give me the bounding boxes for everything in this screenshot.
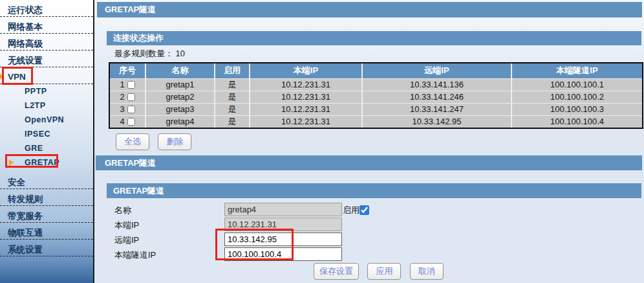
- cell-enabled: 是: [215, 115, 250, 128]
- sidebar-item-openvpn[interactable]: OpenVPN: [0, 113, 93, 127]
- cell-remote-ip: 10.33.142.95: [362, 115, 511, 128]
- tunnel-ip-label: 本端隧道IP: [114, 249, 156, 261]
- sidebar-item-pptp[interactable]: PPTP: [0, 84, 93, 98]
- sidebar-item-running-status[interactable]: 运行状态: [0, 0, 93, 17]
- table-row: 1 gretap1 是 10.12.231.31 10.33.141.136 1…: [110, 78, 642, 91]
- delete-button[interactable]: 删除: [158, 133, 191, 150]
- row-number: 1: [120, 80, 124, 90]
- column-header-tunnel-ip: 本端隧道IP: [511, 63, 642, 78]
- sidebar-item-system-settings[interactable]: 系统设置: [0, 240, 93, 256]
- cell-local-ip: 10.12.231.31: [250, 91, 362, 103]
- remote-ip-label: 远端IP: [114, 234, 139, 246]
- select-all-button[interactable]: 全选: [116, 133, 149, 150]
- row-index-cell: 4: [110, 115, 145, 128]
- sidebar-item-bandwidth-services[interactable]: 带宽服务: [0, 206, 93, 223]
- cell-name: gretap3: [145, 103, 215, 115]
- sidebar-item-vpn[interactable]: VPN: [0, 67, 93, 84]
- cell-remote-ip: 10.33.141.246: [362, 91, 511, 103]
- table-header-row: 序号 名称 启用 本端IP 远端IP 本端隧道IP: [110, 63, 642, 78]
- column-header-local-ip: 本端IP: [250, 63, 362, 78]
- row-number: 4: [120, 117, 124, 127]
- cell-local-ip: 10.12.231.31: [250, 115, 362, 128]
- cell-enabled: 是: [215, 103, 250, 115]
- vpn-submenu: PPTP L2TP OpenVPN IPSEC GRE GRETAP: [0, 84, 93, 170]
- max-rules-text: 最多规则数量： 10: [114, 48, 185, 60]
- orange-arrow-icon: [0, 73, 4, 80]
- table-row: 3 gretap3 是 10.12.231.31 10.33.141.247 1…: [110, 103, 642, 115]
- sidebar-item-security[interactable]: 安全: [0, 172, 93, 189]
- local-ip-label: 本端IP: [114, 220, 139, 231]
- orange-arrow-icon: [9, 159, 14, 166]
- column-header-enabled: 启用: [215, 63, 250, 78]
- tunnel-ip-field[interactable]: [224, 247, 342, 261]
- sidebar-item-gretap[interactable]: GRETAP: [0, 155, 93, 170]
- cell-local-ip: 10.12.231.31: [250, 78, 362, 91]
- page-title: GRETAP隧道: [97, 2, 642, 17]
- cell-name: gretap4: [145, 115, 215, 128]
- row-number: 3: [120, 105, 124, 115]
- cell-tunnel-ip: 100.100.100.1: [511, 78, 642, 91]
- column-header-name: 名称: [145, 63, 215, 78]
- sidebar-item-ipsec[interactable]: IPSEC: [0, 127, 93, 141]
- cell-tunnel-ip: 100.100.100.4: [511, 115, 642, 128]
- sidebar-item-wireless-settings[interactable]: 无线设置: [0, 51, 93, 67]
- sidebar-item-l2tp[interactable]: L2TP: [0, 98, 93, 113]
- cell-enabled: 是: [215, 78, 250, 91]
- name-field[interactable]: [224, 203, 342, 216]
- cell-name: gretap2: [145, 91, 215, 103]
- cancel-button[interactable]: 取消: [410, 263, 444, 280]
- sidebar-item-iot-interconnect[interactable]: 物联互通: [0, 223, 93, 240]
- sidebar-nav: 运行状态 网络基本 网络高级 无线设置 VPN PPTP L2TP OpenVP…: [0, 0, 94, 283]
- gretap-tunnel-panel-header: GRETAP隧道: [107, 183, 641, 198]
- sidebar-item-gretap-label: GRETAP: [25, 158, 59, 167]
- sidebar-item-network-basic[interactable]: 网络基本: [0, 17, 93, 34]
- apply-button[interactable]: 应用: [367, 263, 401, 280]
- sidebar-item-forwarding-rules[interactable]: 转发规则: [0, 189, 93, 206]
- sidebar-item-network-advanced[interactable]: 网络高级: [0, 34, 93, 51]
- save-settings-button[interactable]: 保存设置: [314, 263, 359, 280]
- cell-tunnel-ip: 100.100.100.2: [511, 91, 642, 103]
- row-index-cell: 2: [110, 91, 145, 103]
- tunnel-rules-table: 序号 名称 启用 本端IP 远端IP 本端隧道IP 1 gretap1 是 10…: [109, 62, 643, 129]
- main-content: GRETAP隧道 连接状态操作 最多规则数量： 10 序号 名称 启用 本端IP…: [96, 0, 644, 283]
- cell-tunnel-ip: 100.100.100.3: [511, 103, 642, 115]
- enable-label: 启用: [343, 205, 360, 216]
- column-header-index: 序号: [110, 63, 145, 78]
- enable-checkbox[interactable]: [360, 205, 369, 215]
- local-ip-field[interactable]: [224, 218, 342, 231]
- row-index-cell: 1: [110, 78, 145, 91]
- cell-name: gretap1: [145, 78, 215, 91]
- sidebar-item-vpn-label: VPN: [8, 72, 26, 82]
- name-label: 名称: [114, 205, 131, 216]
- gretap-tunnel-section-bar: GRETAP隧道: [96, 155, 642, 170]
- row-select-checkbox[interactable]: [127, 81, 135, 89]
- table-row: 4 gretap4 是 10.12.231.31 10.33.142.95 10…: [110, 115, 642, 128]
- connection-status-section-header: 连接状态操作: [107, 31, 641, 45]
- column-header-remote-ip: 远端IP: [362, 63, 511, 78]
- cell-remote-ip: 10.33.141.247: [362, 103, 511, 115]
- row-index-cell: 3: [110, 103, 145, 115]
- row-select-checkbox[interactable]: [127, 118, 135, 126]
- row-select-checkbox[interactable]: [127, 93, 135, 101]
- cell-remote-ip: 10.33.141.136: [362, 78, 511, 91]
- cell-local-ip: 10.12.231.31: [250, 103, 362, 115]
- table-row: 2 gretap2 是 10.12.231.31 10.33.141.246 1…: [110, 91, 642, 103]
- row-select-checkbox[interactable]: [127, 106, 135, 113]
- remote-ip-field[interactable]: [224, 232, 342, 246]
- row-number: 2: [120, 93, 124, 102]
- sidebar-item-gre[interactable]: GRE: [0, 141, 93, 155]
- cell-enabled: 是: [215, 91, 250, 103]
